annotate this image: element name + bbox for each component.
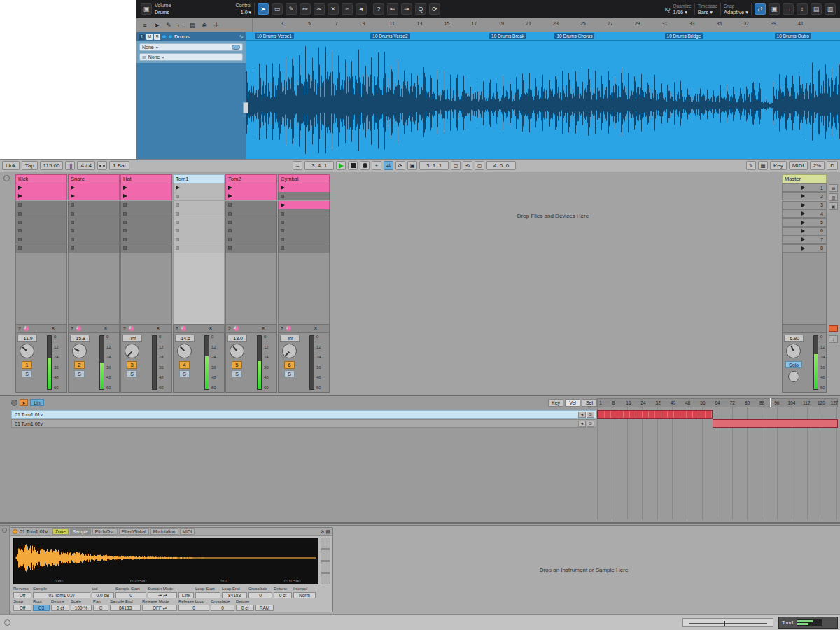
solo-button[interactable]: S	[22, 370, 32, 377]
cue-volume-knob[interactable]	[788, 371, 799, 382]
clip-slot[interactable]	[173, 183, 225, 192]
clip-stop-icon[interactable]	[281, 195, 284, 198]
clip-slot[interactable]	[68, 244, 120, 253]
clip-slot[interactable]	[225, 235, 277, 244]
param-interpol[interactable]: Norm	[293, 592, 316, 598]
audition-tool[interactable]: ◄	[356, 4, 367, 15]
record-arm-icon[interactable]	[162, 34, 167, 39]
auto-select-icon[interactable]: ➤	[20, 399, 28, 406]
save-preset-icon[interactable]: ▤	[326, 529, 330, 535]
scene-launch-icon[interactable]	[802, 186, 805, 190]
envelope-view-button[interactable]	[321, 573, 330, 584]
clip-stop-icon[interactable]	[18, 246, 22, 250]
track-title[interactable]: Hat	[120, 174, 172, 183]
clip-slot[interactable]	[15, 244, 67, 253]
add-icon[interactable]: ⊕	[200, 20, 209, 30]
track-activator-button[interactable]: 2	[74, 361, 85, 369]
solo-button[interactable]: S	[179, 370, 190, 377]
clip-slot[interactable]	[120, 235, 172, 244]
pan-knob[interactable]	[230, 344, 244, 358]
clip-slot[interactable]	[173, 209, 225, 218]
clip-stop-icon[interactable]	[176, 212, 179, 216]
record-button[interactable]	[360, 161, 370, 170]
track-activator-button[interactable]: 1	[22, 361, 32, 369]
audition-icon[interactable]: ◄	[578, 412, 586, 418]
sampler-tab-zone[interactable]: Zone	[52, 528, 69, 535]
draw-mode-icon[interactable]: ✎	[746, 161, 756, 170]
range-tool-icon[interactable]: ▭	[176, 20, 186, 30]
keyboard-icon[interactable]: ▦	[758, 161, 768, 170]
clip-stop-icon[interactable]	[228, 220, 232, 224]
clip-stop-icon[interactable]	[228, 246, 232, 250]
solo-button[interactable]: S	[284, 370, 295, 377]
tap-button[interactable]: Tap	[22, 161, 38, 170]
scene-slot[interactable]: 5	[782, 218, 827, 227]
arrangement-marker[interactable]: 10 Drums Verse1	[255, 33, 294, 39]
clip-stop-icon[interactable]	[18, 203, 22, 206]
clip-slot[interactable]	[68, 209, 120, 218]
clip-slot[interactable]	[225, 218, 277, 227]
clip-slot[interactable]	[68, 183, 120, 192]
scene-slot[interactable]: 6	[782, 227, 827, 235]
clip-slot[interactable]	[225, 244, 277, 253]
loop-button[interactable]: ⟲	[463, 161, 472, 170]
track-activator-button[interactable]: 3	[127, 361, 137, 369]
grid-toggle-icon[interactable]: ▣	[769, 4, 780, 15]
clip-launch-icon[interactable]	[228, 186, 232, 190]
param-ram[interactable]: RAM	[255, 605, 274, 611]
returns-show-icon[interactable]: ▥	[829, 193, 838, 201]
param-sample[interactable]: 01 Tom1 01v	[33, 592, 90, 598]
sample-list-row[interactable]: 01 Tom1 01v◄S	[11, 410, 596, 419]
volume-value[interactable]: -inf	[280, 335, 300, 342]
layout-icon[interactable]: ▤	[811, 4, 822, 15]
draw-tool[interactable]: ✎	[286, 4, 297, 15]
pan-knob[interactable]	[282, 344, 297, 358]
scene-launch-icon[interactable]	[802, 194, 805, 198]
crossfader-show-icon[interactable]: ↕	[829, 335, 838, 343]
clip-stop-icon[interactable]	[123, 203, 127, 206]
clip-stop-icon[interactable]	[18, 229, 22, 232]
global-quantize-menu[interactable]: 1 Bar	[109, 161, 130, 170]
clip-slot[interactable]	[173, 218, 225, 227]
scene-slot[interactable]: 1	[782, 183, 827, 192]
audition-icon[interactable]: ◄	[578, 421, 586, 427]
clip-stop-icon[interactable]	[281, 238, 284, 241]
clip-launch-icon[interactable]	[281, 186, 285, 190]
clip-slot[interactable]	[173, 201, 225, 209]
solo-button[interactable]: S	[127, 370, 137, 377]
zone-solo-button[interactable]: S	[587, 412, 594, 418]
drums-waveform[interactable]	[246, 40, 840, 159]
track-title[interactable]: Cymbal	[278, 174, 330, 183]
clip-launch-icon[interactable]	[123, 194, 127, 198]
track-activator-button[interactable]: 4	[179, 361, 190, 369]
pan-knob[interactable]	[20, 344, 34, 358]
clip-stop-icon[interactable]	[18, 220, 22, 224]
session-drop-zone[interactable]: Drop Files and Devices Here	[336, 213, 770, 219]
scene-slot[interactable]: 8	[782, 244, 827, 253]
scene-launch-icon[interactable]	[802, 211, 805, 216]
track-activator-button[interactable]: 5	[232, 361, 242, 369]
punch-out-button[interactable]: ◻	[475, 161, 484, 170]
insert-slot-2[interactable]: ▥ None ▾	[139, 53, 243, 61]
device-drop-area[interactable]: Drop an Instrument or Sample Here	[336, 527, 832, 612]
track-title[interactable]: Tom2	[225, 174, 277, 183]
clip-slot[interactable]	[278, 244, 330, 253]
param-loop-start[interactable]	[195, 592, 220, 598]
clip-slot[interactable]	[225, 192, 277, 200]
param-reverse[interactable]: Off	[13, 592, 31, 598]
clip-slot[interactable]	[15, 218, 67, 227]
param-detune[interactable]: 0 ct	[51, 605, 69, 611]
clip-stop-icon[interactable]	[123, 229, 127, 232]
param-pan[interactable]: C	[93, 605, 108, 611]
clip-slot[interactable]	[225, 201, 277, 209]
clip-slot[interactable]	[15, 227, 67, 235]
clip-slot[interactable]	[15, 209, 67, 218]
lin-button[interactable]: Lin	[30, 399, 44, 406]
clip-slot[interactable]	[15, 235, 67, 244]
clip-slot[interactable]	[120, 209, 172, 218]
clip-slot[interactable]	[120, 244, 172, 253]
param-value[interactable]: -1.0 ▾	[239, 10, 251, 15]
volume-value[interactable]: -14.6	[175, 335, 195, 342]
clip-slot[interactable]	[120, 201, 172, 209]
erase-tool[interactable]: ✏	[300, 4, 311, 15]
